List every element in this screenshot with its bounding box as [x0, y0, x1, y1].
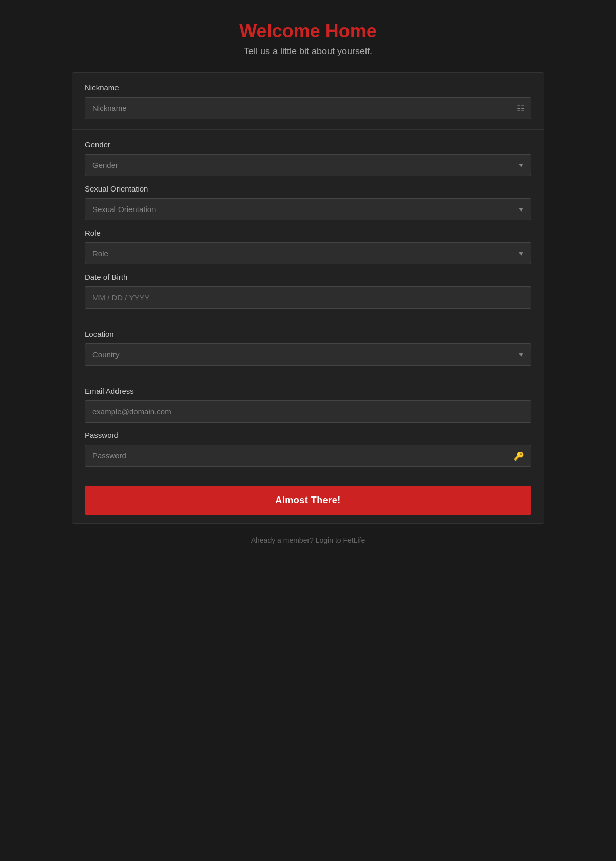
nickname-input-wrapper: ☷: [85, 97, 531, 119]
dob-input[interactable]: [85, 286, 531, 309]
password-input-wrapper: 🔑: [85, 445, 531, 467]
email-input[interactable]: [85, 400, 531, 423]
dob-label: Date of Birth: [85, 273, 531, 281]
email-section: Email Address Password 🔑: [72, 376, 544, 477]
page-title: Welcome Home: [239, 21, 376, 42]
location-section: Location Country United States United Ki…: [72, 319, 544, 376]
nickname-label: Nickname: [85, 83, 531, 92]
page-container: Welcome Home Tell us a little bit about …: [72, 21, 544, 544]
page-header: Welcome Home Tell us a little bit about …: [239, 21, 376, 57]
gender-select-wrapper: Gender Male Female Non-binary Other ▼: [85, 154, 531, 176]
submit-section: Almost There!: [72, 477, 544, 523]
role-select[interactable]: Role Dominant Submissive Switch Other: [85, 242, 531, 264]
password-input[interactable]: [85, 445, 531, 467]
role-label: Role: [85, 228, 531, 237]
footer-text: Already a member? Login to FetLife: [251, 536, 365, 544]
country-select[interactable]: Country United States United Kingdom Can…: [85, 343, 531, 366]
nickname-input[interactable]: [85, 97, 531, 119]
location-label: Location: [85, 330, 531, 338]
gender-label: Gender: [85, 140, 531, 149]
submit-button[interactable]: Almost There!: [85, 486, 531, 515]
role-select-wrapper: Role Dominant Submissive Switch Other ▼: [85, 242, 531, 264]
form-card: Nickname ☷ Gender Gender Male Female Non…: [72, 72, 544, 524]
nickname-section: Nickname ☷: [72, 73, 544, 130]
country-select-wrapper: Country United States United Kingdom Can…: [85, 343, 531, 366]
sexual-orientation-select[interactable]: Sexual Orientation Straight Gay Bisexual…: [85, 198, 531, 220]
password-label: Password: [85, 431, 531, 439]
gender-section: Gender Gender Male Female Non-binary Oth…: [72, 130, 544, 319]
email-label: Email Address: [85, 387, 531, 395]
page-subtitle: Tell us a little bit about yourself.: [239, 46, 376, 57]
sexual-orientation-label: Sexual Orientation: [85, 184, 531, 193]
sexual-orientation-select-wrapper: Sexual Orientation Straight Gay Bisexual…: [85, 198, 531, 220]
gender-select[interactable]: Gender Male Female Non-binary Other: [85, 154, 531, 176]
footer-link: Already a member? Login to FetLife: [251, 536, 365, 544]
